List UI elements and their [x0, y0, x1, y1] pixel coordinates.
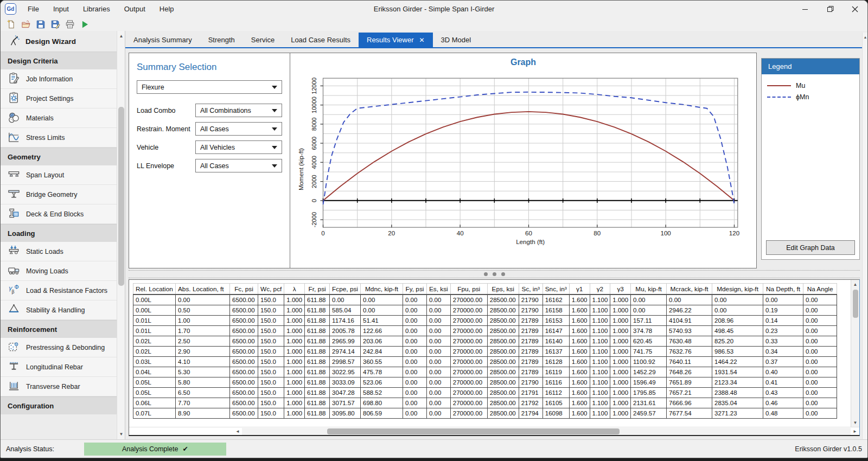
- sidebar-item-materials[interactable]: Materials: [1, 108, 117, 128]
- table-hscroll-track[interactable]: [242, 428, 851, 435]
- dropdown-value: All Cases: [200, 125, 229, 133]
- menu-input[interactable]: Input: [47, 3, 75, 15]
- close-icon[interactable]: ✕: [419, 37, 424, 43]
- table-row[interactable]: 0.05L6.506500.00150.01.000611.883047.285…: [133, 387, 837, 398]
- print-button[interactable]: [63, 18, 76, 30]
- table-row[interactable]: 0.01L1.706500.00150.01.000611.882005.781…: [133, 325, 837, 336]
- scroll-up-icon[interactable]: ▲: [853, 280, 858, 289]
- menu-file[interactable]: File: [22, 3, 45, 15]
- table-cell: 150.0: [258, 367, 284, 377]
- table-cell: 21789: [519, 315, 542, 325]
- table-cell: 0.34: [763, 346, 803, 356]
- vehicle-dropdown[interactable]: All Vehicles: [195, 140, 282, 154]
- table-row[interactable]: 0.00L0.006500.00150.01.000611.880.000.00…: [133, 294, 837, 305]
- tab-service[interactable]: Service: [243, 33, 283, 47]
- sidebar-item-span-layout[interactable]: Span Layout: [1, 165, 117, 185]
- table-hscroll-thumb[interactable]: [327, 428, 620, 434]
- sidebar-item-stress-limits[interactable]: Stress Limits: [1, 128, 117, 148]
- sidebar-section-configuration: Configuration: [1, 396, 117, 414]
- save-button[interactable]: [34, 18, 47, 30]
- table-cell: 21792: [519, 398, 542, 408]
- table-cell: 620.45: [631, 336, 667, 346]
- svg-text:8000: 8000: [311, 117, 317, 131]
- save-as-button[interactable]: [49, 18, 62, 30]
- scroll-down-icon[interactable]: ▼: [117, 430, 125, 438]
- sidebar-item-label: Stress Limits: [26, 134, 65, 142]
- table-cell: 28500.00: [487, 408, 519, 418]
- sidebar-item-job-information[interactable]: Job Information: [1, 69, 117, 89]
- sidebar-item-longitudinal-rebar[interactable]: Longitudinal Rebar: [1, 357, 117, 377]
- edit-graph-data-button[interactable]: Edit Graph Data: [766, 240, 855, 255]
- table-row[interactable]: 0.03L4.106500.00150.01.000611.882998.573…: [133, 356, 837, 367]
- table-cell: 0.00: [426, 305, 450, 315]
- table-row[interactable]: 0.02L2.506500.00150.01.000611.882965.992…: [133, 336, 837, 346]
- minimize-button[interactable]: [793, 1, 818, 17]
- table-horizontal-scrollbar[interactable]: ◄ ►: [129, 427, 859, 435]
- app-window: Gd FileInputLibrariesOutputHelp Eriksson…: [0, 0, 868, 458]
- scroll-down-icon[interactable]: ▼: [853, 418, 858, 427]
- sidebar-item-transverse-rebar[interactable]: Transverse Rebar: [1, 377, 117, 396]
- table-cell: 1.000: [610, 336, 631, 346]
- sidebar-scrollbar[interactable]: ▲ ▼: [117, 31, 125, 439]
- tab-results-viewer[interactable]: Results Viewer✕: [359, 33, 433, 47]
- new-file-button[interactable]: [5, 18, 18, 30]
- table-vscroll-thumb[interactable]: [853, 290, 858, 318]
- scroll-up-icon[interactable]: ▲: [117, 32, 125, 40]
- sidebar-item-load-resistance-factors[interactable]: γβΦLoad & Resistance Factors: [1, 281, 117, 300]
- table-cell: 1.100: [590, 346, 610, 356]
- table-cell: 2.50: [176, 336, 230, 346]
- table-cell: 21790: [519, 377, 542, 387]
- table-row[interactable]: 0.01L1.006500.00150.01.000611.881174.165…: [133, 315, 837, 325]
- table-cell: 0.48: [763, 408, 803, 418]
- tab-load-case-results[interactable]: Load Case Results: [283, 33, 359, 47]
- table-cell: 1931.54: [712, 367, 763, 377]
- sidebar-item-bridge-geometry[interactable]: Bridge Geometry: [1, 185, 117, 204]
- sidebar-item-prestressing-debonding[interactable]: Prestressing & Debonding: [1, 338, 117, 357]
- table-cell: 0.00: [403, 325, 426, 336]
- sidebar-item-stability-handling[interactable]: Stability & Handling: [1, 300, 117, 320]
- table-row[interactable]: 0.06L7.706500.00150.01.000611.883071.576…: [133, 398, 837, 408]
- table-cell: 611.88: [305, 367, 330, 377]
- menu-output[interactable]: Output: [118, 3, 151, 15]
- table-cell: 0.00: [712, 294, 763, 305]
- table-row[interactable]: 0.00L0.506500.00150.01.000611.88585.040.…: [133, 305, 837, 315]
- table-row[interactable]: 0.04L5.306500.00150.01.000611.883022.954…: [133, 367, 837, 377]
- svg-text:0: 0: [311, 199, 317, 202]
- tab-3d-model[interactable]: 3D Model: [433, 33, 480, 47]
- table-vertical-scrollbar[interactable]: ▲ ▼: [851, 280, 859, 427]
- table-row[interactable]: 0.05L5.806500.00150.01.000611.883033.095…: [133, 377, 837, 387]
- table-row[interactable]: 0.02L2.906500.00150.01.000611.882974.142…: [133, 346, 837, 356]
- restrain-moment-dropdown[interactable]: All Cases: [195, 122, 282, 136]
- table-cell: 1.100: [590, 387, 610, 398]
- table-cell: 0.00: [403, 356, 426, 367]
- tab-label: Analysis Summary: [133, 36, 192, 44]
- scroll-up-icon[interactable]: ▲: [863, 34, 868, 40]
- tab-analysis-summary[interactable]: Analysis Summary: [125, 33, 200, 47]
- table-cell: 2998.57: [330, 356, 361, 367]
- scroll-right-icon[interactable]: ►: [851, 429, 859, 434]
- load-combo-dropdown[interactable]: All Combinations: [195, 104, 282, 117]
- run-analysis-button[interactable]: [78, 18, 91, 30]
- table-row[interactable]: 0.07L8.906500.00150.01.000611.883095.808…: [133, 408, 837, 418]
- result-category-dropdown[interactable]: Flexure: [137, 80, 282, 94]
- sidebar-item-moving-loads[interactable]: Moving Loads: [1, 261, 117, 281]
- sidebar-item-static-loads[interactable]: Static Loads: [1, 242, 117, 261]
- sidebar-item-label: Longitudinal Rebar: [26, 363, 83, 371]
- close-button[interactable]: [843, 1, 867, 17]
- main-scrollbar[interactable]: ▲: [862, 33, 867, 439]
- menu-libraries[interactable]: Libraries: [77, 3, 116, 15]
- menu-help[interactable]: Help: [154, 3, 180, 15]
- sidebar-item-deck-end-blocks[interactable]: Deck & End Blocks: [1, 204, 117, 224]
- tab-strength[interactable]: Strength: [200, 33, 243, 47]
- sidebar-scroll-thumb[interactable]: [118, 107, 124, 286]
- panel-splitter[interactable]: [129, 270, 860, 278]
- open-button[interactable]: [20, 18, 33, 30]
- sidebar-item-project-settings[interactable]: Project Settings: [1, 89, 117, 108]
- table-cell: 0.50: [176, 305, 230, 315]
- table-cell: 0.19: [763, 305, 803, 315]
- table-cell: 28500.00: [487, 294, 519, 305]
- restore-button[interactable]: [818, 1, 843, 17]
- scroll-left-icon[interactable]: ◄: [233, 429, 242, 434]
- table-cell: 1.000: [284, 356, 305, 367]
- ll-envelope-dropdown[interactable]: All Cases: [195, 159, 282, 172]
